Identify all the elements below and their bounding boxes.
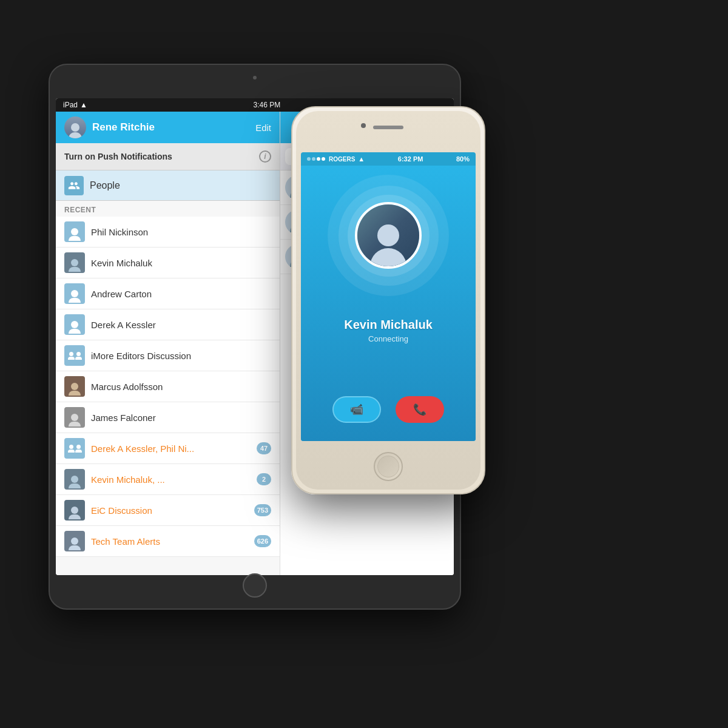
iphone-time: 6:32 PM bbox=[398, 155, 423, 163]
ipad-header: Rene Ritchie Edit bbox=[56, 112, 280, 143]
contact-avatar bbox=[64, 407, 85, 428]
ipad-home-button[interactable] bbox=[243, 573, 267, 598]
iphone-camera bbox=[361, 123, 366, 128]
unread-badge: 753 bbox=[254, 504, 271, 516]
iphone-speaker bbox=[373, 126, 403, 129]
call-buttons: 📹 📞 bbox=[332, 396, 444, 429]
contact-avatar bbox=[64, 531, 85, 551]
contact-avatar bbox=[64, 469, 85, 490]
contact-avatar bbox=[64, 314, 85, 335]
info-icon[interactable]: i bbox=[259, 150, 271, 163]
contact-name: Marcus Adolfsson bbox=[91, 382, 271, 392]
caller-status: Connecting bbox=[368, 334, 408, 343]
signal-dot bbox=[322, 157, 325, 161]
signal-dot bbox=[312, 157, 315, 161]
signal-dot bbox=[317, 157, 320, 161]
iphone-screen: ROGERS ▲ 6:32 PM 80% bbox=[301, 152, 476, 441]
contact-name: Andrew Carton bbox=[91, 289, 271, 299]
iphone-battery: 80% bbox=[456, 155, 470, 163]
contact-item[interactable]: iMore Editors Discussion bbox=[56, 340, 280, 371]
unread-badge: 2 bbox=[257, 473, 271, 485]
contact-item[interactable]: Kevin Michaluk bbox=[56, 248, 280, 278]
contact-avatar bbox=[64, 500, 85, 521]
contact-avatar bbox=[64, 252, 85, 273]
unread-badge: 626 bbox=[254, 535, 271, 547]
ipad-status-left: iPad ▲ bbox=[63, 101, 87, 109]
contact-name: Derek A Kessler, Phil Ni... bbox=[91, 443, 251, 454]
username-label: Rene Ritchie bbox=[92, 121, 155, 133]
people-svg-icon bbox=[68, 180, 80, 192]
contact-avatar bbox=[64, 376, 85, 397]
contact-name: Tech Team Alerts bbox=[91, 536, 248, 547]
recent-section-header: RECENT bbox=[56, 201, 280, 217]
push-notification-row[interactable]: Turn on Push Notifications i bbox=[56, 143, 280, 170]
contact-item[interactable]: EiC Discussion 753 bbox=[56, 495, 280, 526]
contact-item[interactable]: Kevin Michaluk, ... 2 bbox=[56, 464, 280, 495]
contact-avatar bbox=[64, 283, 85, 304]
contact-item[interactable]: Phil Nickinson bbox=[56, 217, 280, 248]
end-call-icon: 📞 bbox=[413, 403, 426, 416]
end-call-button[interactable]: 📞 bbox=[396, 396, 444, 423]
contact-item[interactable]: Derek A Kessler, Phil Ni... 47 bbox=[56, 433, 280, 464]
iphone-call-screen: Kevin Michaluk Connecting 📹 📞 bbox=[301, 166, 476, 441]
ipad-time: 3:46 PM bbox=[254, 101, 281, 109]
caller-name: Kevin Michaluk bbox=[344, 318, 433, 332]
contact-name: Derek A Kessler bbox=[91, 320, 271, 330]
user-avatar bbox=[64, 116, 86, 138]
carrier-label: ROGERS bbox=[329, 156, 355, 163]
contact-item[interactable]: Andrew Carton bbox=[56, 278, 280, 309]
group-avatar bbox=[64, 345, 85, 366]
unread-badge: 47 bbox=[257, 442, 271, 454]
contact-name: Phil Nickinson bbox=[91, 227, 271, 237]
people-row[interactable]: People bbox=[56, 170, 280, 201]
contact-item[interactable]: James Falconer bbox=[56, 402, 280, 433]
video-icon: 📹 bbox=[350, 403, 363, 416]
caller-avatar bbox=[355, 202, 422, 269]
iphone-device: ROGERS ▲ 6:32 PM 80% bbox=[291, 106, 485, 494]
contact-name: Kevin Michaluk bbox=[91, 258, 271, 268]
video-call-button[interactable]: 📹 bbox=[332, 396, 381, 423]
contact-list: Phil Nickinson Kevin Michaluk bbox=[56, 217, 280, 575]
contact-name: Kevin Michaluk, ... bbox=[91, 474, 251, 485]
contact-name: iMore Editors Discussion bbox=[91, 351, 271, 361]
iphone-home-button[interactable] bbox=[374, 452, 403, 481]
people-icon bbox=[64, 176, 84, 195]
caller-info: Kevin Michaluk Connecting bbox=[344, 308, 433, 343]
contact-item[interactable]: Derek A Kessler bbox=[56, 309, 280, 340]
ipad-left-panel: Rene Ritchie Edit Turn on Push Notificat… bbox=[56, 112, 280, 575]
contact-name: EiC Discussion bbox=[91, 505, 248, 516]
edit-button[interactable]: Edit bbox=[255, 123, 271, 133]
contact-avatar bbox=[64, 221, 85, 242]
people-label: People bbox=[90, 180, 120, 191]
ipad-wifi-icon: ▲ bbox=[80, 101, 87, 109]
contact-item[interactable]: Tech Team Alerts 626 bbox=[56, 526, 280, 557]
group-avatar bbox=[64, 438, 85, 459]
ripple-container bbox=[328, 175, 449, 296]
contact-item[interactable]: Marcus Adolfsson bbox=[56, 371, 280, 402]
signal-dot bbox=[307, 157, 311, 161]
ipad-device-label: iPad bbox=[63, 101, 78, 109]
iphone-status-bar: ROGERS ▲ 6:32 PM 80% bbox=[301, 152, 476, 166]
ipad-camera bbox=[253, 76, 257, 79]
push-notification-text: Turn on Push Notifications bbox=[64, 152, 172, 161]
iphone-wifi-icon: ▲ bbox=[358, 155, 365, 163]
contact-name: James Falconer bbox=[91, 413, 271, 423]
scene: iPad ▲ 3:46 PM bbox=[30, 46, 698, 682]
